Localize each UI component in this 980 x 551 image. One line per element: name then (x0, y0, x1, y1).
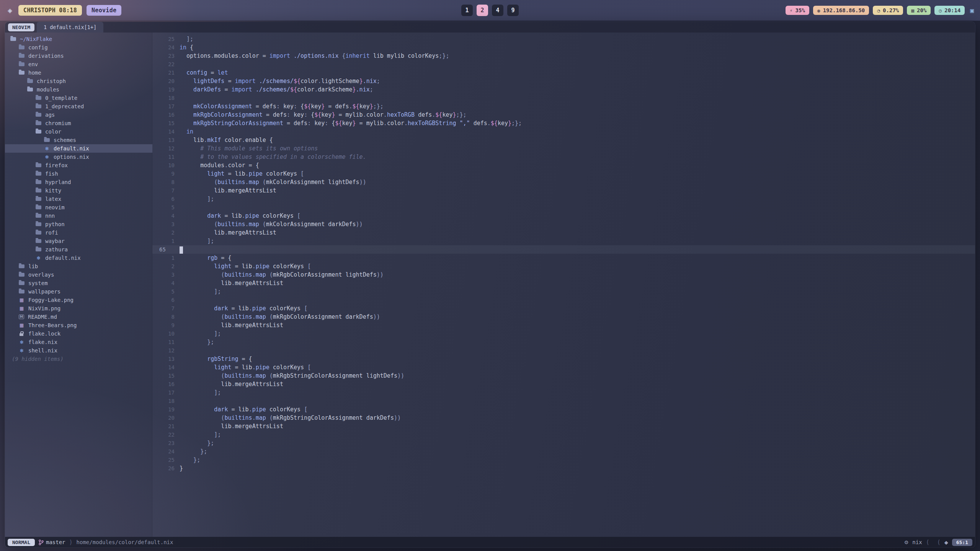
code-line[interactable]: 23 options.modules.color = import ./opti… (152, 52, 975, 60)
code-line[interactable]: 13 lib.mkIf color.enable { (152, 136, 975, 144)
tree-item-options-nix[interactable]: ❄options.nix (5, 153, 152, 161)
code-line[interactable]: 9 lib.mergeAttrsList (152, 321, 975, 329)
workspace-button-2[interactable]: 2 (477, 5, 488, 16)
tree-item-9-hidden-items[interactable]: (9 hidden items) (5, 355, 152, 363)
tray-icon[interactable]: ▣ (969, 7, 974, 14)
buffer-tab[interactable]: 1 default.nix[1+] (37, 22, 103, 33)
tree-item-fish[interactable]: fish (5, 170, 152, 178)
code-line[interactable]: 22 (152, 60, 975, 68)
code-line[interactable]: 65 (152, 245, 975, 254)
tree-item-python[interactable]: python (5, 220, 152, 228)
tree-item-neovim[interactable]: neovim (5, 203, 152, 212)
tree-item-1-deprecated[interactable]: 1_deprecated (5, 102, 152, 111)
tree-item-config[interactable]: config (5, 43, 152, 52)
code-line[interactable]: 1 rgb = { (152, 254, 975, 262)
memory-badge[interactable]: ▦20% (907, 6, 931, 15)
code-line[interactable]: 5 ]; (152, 287, 975, 296)
code-line[interactable]: 5 (152, 203, 975, 212)
code-line[interactable]: 10 ]; (152, 329, 975, 338)
code-line[interactable]: 16 lib.mergeAttrsList (152, 380, 975, 388)
battery-badge[interactable]: ⚡35% (786, 6, 809, 15)
code-line[interactable]: 19 dark = lib.pipe colorKeys [ (152, 405, 975, 414)
tree-item-nixvim-png[interactable]: ▦NixVim.png (5, 304, 152, 313)
code-line[interactable]: 24in { (152, 43, 975, 52)
tree-item-lib[interactable]: lib (5, 262, 152, 271)
tree-item-latex[interactable]: latex (5, 195, 152, 203)
code-line[interactable]: 8 (builtins.map (mkColorAssignment light… (152, 178, 975, 186)
tree-item-chromium[interactable]: chromium (5, 119, 152, 127)
code-line[interactable]: 2 lib.mergeAttrsList (152, 228, 975, 237)
tree-item-nixflake[interactable]: ~/NixFlake (5, 35, 152, 43)
tree-item-nnn[interactable]: nnn (5, 212, 152, 220)
code-line[interactable]: 21 config = let (152, 68, 975, 77)
tree-item-flake-nix[interactable]: ❄flake.nix (5, 338, 152, 346)
code-line[interactable]: 3 (builtins.map (mkRgbColorAssignment li… (152, 271, 975, 279)
code-line[interactable]: 26} (152, 464, 975, 473)
tree-item-waybar[interactable]: waybar (5, 237, 152, 245)
workspace-button-4[interactable]: 4 (492, 5, 503, 16)
tree-item-home[interactable]: home (5, 68, 152, 77)
tree-item-overlays[interactable]: overlays (5, 271, 152, 279)
workspace-button-1[interactable]: 1 (461, 5, 473, 16)
code-line[interactable]: 15 (builtins.map (mkRgbStringColorAssign… (152, 372, 975, 380)
code-line[interactable]: 4 lib.mergeAttrsList (152, 279, 975, 287)
code-line[interactable]: 9 light = lib.pipe colorKeys [ (152, 170, 975, 178)
code-line[interactable]: 4 dark = lib.pipe colorKeys [ (152, 212, 975, 220)
code-line[interactable]: 18 (152, 94, 975, 102)
code-line[interactable]: 19 darkDefs = import ./schemes/${color.d… (152, 85, 975, 94)
code-line[interactable]: 21 lib.mergeAttrsList (152, 422, 975, 430)
clock-badge[interactable]: ◷20:14 (934, 6, 965, 15)
code-line[interactable]: 11 }; (152, 338, 975, 346)
code-line[interactable]: 14 light = lib.pipe colorKeys [ (152, 363, 975, 372)
code-line[interactable]: 20 (builtins.map (mkRgbStringColorAssign… (152, 414, 975, 422)
code-line[interactable]: 16 mkRgbColorAssignment = defs: key: {${… (152, 111, 975, 119)
code-line[interactable]: 12 (152, 346, 975, 355)
tree-item-zathura[interactable]: zathura (5, 245, 152, 254)
code-line[interactable]: 18 (152, 397, 975, 405)
code-line[interactable]: 3 (builtins.map (mkColorAssignment darkD… (152, 220, 975, 228)
code-line[interactable]: 17 mkColorAssignment = defs: key: {${key… (152, 102, 975, 111)
code-line[interactable]: 25 }; (152, 456, 975, 464)
tree-item-wallpapers[interactable]: wallpapers (5, 287, 152, 296)
code-line[interactable]: 14 in (152, 127, 975, 136)
code-line[interactable]: 1 ]; (152, 237, 975, 245)
tree-item-hyprland[interactable]: hyprland (5, 178, 152, 186)
code-line[interactable]: 20 lightDefs = import ./schemes/${color.… (152, 77, 975, 85)
code-line[interactable]: 22 ]; (152, 430, 975, 439)
code-line[interactable]: 24 }; (152, 447, 975, 456)
tree-item-default-nix[interactable]: ❄default.nix (5, 254, 152, 262)
code-line[interactable]: 13 rgbString = { (152, 355, 975, 363)
tree-item-three-bears-png[interactable]: ▦Three-Bears.png (5, 321, 152, 329)
tree-item-ags[interactable]: ags (5, 111, 152, 119)
code-line[interactable]: 6 (152, 296, 975, 304)
tree-item-foggy-lake-png[interactable]: ▦Foggy-Lake.png (5, 296, 152, 304)
network-badge[interactable]: ◉192.168.86.50 (813, 6, 869, 15)
tree-item-0-template[interactable]: 0_template (5, 94, 152, 102)
tree-item-readme-md[interactable]: MREADME.md (5, 313, 152, 321)
tree-item-system[interactable]: system (5, 279, 152, 287)
tree-item-rofi[interactable]: rofi (5, 228, 152, 237)
code-line[interactable]: 12 # This module sets its own options (152, 144, 975, 153)
tree-item-schemes[interactable]: schemes (5, 136, 152, 144)
tree-item-default-nix[interactable]: ❄default.nix (5, 144, 152, 153)
tree-item-derivations[interactable]: derivations (5, 52, 152, 60)
tree-item-flake-lock[interactable]: flake.lock (5, 329, 152, 338)
tree-item-firefox[interactable]: firefox (5, 161, 152, 170)
code-line[interactable]: 11 # to the values specified in a colors… (152, 153, 975, 161)
code-line[interactable]: 2 light = lib.pipe colorKeys [ (152, 262, 975, 271)
tree-item-kitty[interactable]: kitty (5, 186, 152, 195)
tree-item-shell-nix[interactable]: ❄shell.nix (5, 346, 152, 355)
cpu-badge[interactable]: ◔0.27% (873, 6, 903, 15)
code-line[interactable]: 10 modules.color = { (152, 161, 975, 170)
code-line[interactable]: 8 (builtins.map (mkRgbColorAssignment da… (152, 313, 975, 321)
code-line[interactable]: 23 }; (152, 439, 975, 447)
code-line[interactable]: 7 dark = lib.pipe colorKeys [ (152, 304, 975, 313)
code-line[interactable]: 25 ]; (152, 35, 975, 43)
code-line[interactable]: 15 mkRgbStringColorAssignment = defs: ke… (152, 119, 975, 127)
tree-item-christoph[interactable]: christoph (5, 77, 152, 85)
editor[interactable]: 25 ];24in {23 options.modules.color = im… (152, 33, 975, 537)
code-line[interactable]: 17 ]; (152, 388, 975, 397)
code-line[interactable]: 7 lib.mergeAttrsList (152, 186, 975, 195)
tree-item-color[interactable]: color (5, 127, 152, 136)
workspace-button-9[interactable]: 9 (507, 5, 519, 16)
